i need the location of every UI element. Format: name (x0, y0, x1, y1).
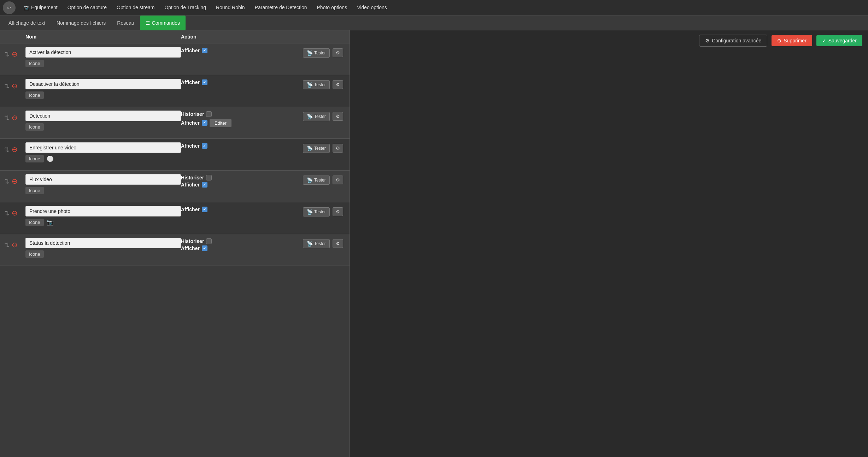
row-controls-7: ⇅ ⊖ (4, 238, 25, 249)
icone-label-7: Icone (25, 250, 44, 258)
back-button[interactable]: ↩ (3, 1, 16, 14)
afficher-label-4: Afficher (181, 143, 200, 149)
afficher-checkbox-3[interactable]: ✓ (202, 120, 207, 126)
settings-button-3[interactable]: ⚙ (333, 112, 343, 121)
drag-handle[interactable]: ⇅ (4, 207, 10, 217)
edit-button-3[interactable]: Editer (210, 119, 231, 127)
remove-button[interactable]: ⊖ (12, 144, 18, 154)
rss-icon-7: 📡 (307, 241, 313, 247)
table-row: ⇅ ⊖ Icone Historiser Afficher ✓ (0, 234, 350, 266)
name-input-4[interactable] (25, 142, 181, 153)
gear-icon-5: ⚙ (336, 177, 340, 183)
afficher-checkbox-1[interactable]: ✓ (202, 48, 207, 53)
camera-icon: 📷 (23, 5, 29, 10)
afficher-checkbox-7[interactable]: ✓ (202, 245, 207, 251)
row-controls-4: ⇅ ⊖ (4, 142, 25, 154)
tester-button-6[interactable]: 📡 Tester (303, 207, 330, 216)
remove-button[interactable]: ⊖ (12, 80, 18, 90)
settings-button-2[interactable]: ⚙ (333, 80, 343, 89)
config-avancee-button[interactable]: ⚙ Configuration avancée (699, 35, 767, 47)
tab-reseau[interactable]: Reseau (111, 16, 140, 30)
icone-label-4: Icone (25, 155, 44, 162)
nav-item-tracking[interactable]: Option de Tracking (159, 0, 211, 16)
historiser-checkbox-5[interactable] (206, 175, 212, 180)
name-input-6[interactable] (25, 206, 181, 216)
remove-button[interactable]: ⊖ (12, 48, 18, 58)
nav-item-equipement[interactable]: 📷 Equipement (18, 0, 63, 16)
table-row: ⇅ ⊖ Icone Historiser Afficher ✓ (0, 171, 350, 202)
nav-item-roundrobin[interactable]: Round Robin (211, 0, 250, 16)
afficher-label-3: Afficher (181, 120, 200, 126)
settings-button-4[interactable]: ⚙ (333, 144, 343, 153)
name-input-1[interactable] (25, 47, 181, 58)
nav-item-photo[interactable]: Photo options (312, 0, 352, 16)
historiser-checkbox-3[interactable] (206, 111, 212, 117)
afficher-label-7: Afficher (181, 245, 200, 251)
historiser-checkbox-7[interactable] (206, 238, 212, 244)
drag-handle[interactable]: ⇅ (4, 144, 10, 154)
rss-icon-2: 📡 (307, 82, 313, 88)
afficher-checkbox-5[interactable]: ✓ (202, 182, 207, 188)
afficher-label-1: Afficher (181, 48, 200, 53)
afficher-checkbox-4[interactable]: ✓ (202, 143, 207, 149)
tester-button-3[interactable]: 📡 Tester (303, 112, 330, 121)
tester-button-2[interactable]: 📡 Tester (303, 80, 330, 89)
action-cell-2: Afficher ✓ (181, 79, 303, 85)
drag-handle[interactable]: ⇅ (4, 48, 10, 58)
remove-button[interactable]: ⊖ (12, 176, 18, 185)
drag-handle[interactable]: ⇅ (4, 80, 10, 90)
name-input-5[interactable] (25, 174, 181, 185)
header-nom: Nom (25, 34, 181, 40)
tab-commandes[interactable]: ☰ Commandes (140, 16, 186, 30)
afficher-checkbox-2[interactable]: ✓ (202, 79, 207, 85)
tester-button-1[interactable]: 📡 Tester (303, 48, 330, 58)
settings-button-6[interactable]: ⚙ (333, 207, 343, 216)
right-panel-header: ⚙ Configuration avancée ⊖ Supprimer ✓ Sa… (350, 30, 868, 51)
icone-label-1: Icone (25, 60, 44, 67)
camera-icon-row: 📷 (47, 219, 54, 226)
tester-cell-5: 📡 Tester ⚙ (303, 174, 345, 185)
drag-handle[interactable]: ⇅ (4, 176, 10, 185)
gear-icon-6: ⚙ (336, 209, 340, 214)
nav-item-detection[interactable]: Parametre de Detection (250, 0, 312, 16)
tab-nommage[interactable]: Nommage des fichiers (51, 16, 111, 30)
name-cell-1: Icone (25, 47, 181, 67)
drag-handle[interactable]: ⇅ (4, 239, 10, 249)
name-cell-3: Icone (25, 111, 181, 131)
right-panel: ⚙ Configuration avancée ⊖ Supprimer ✓ Sa… (350, 30, 868, 457)
tester-button-7[interactable]: 📡 Tester (303, 239, 330, 248)
remove-button[interactable]: ⊖ (12, 207, 18, 217)
row-controls-3: ⇅ ⊖ (4, 111, 25, 122)
name-input-2[interactable] (25, 79, 181, 89)
tester-cell-7: 📡 Tester ⚙ (303, 238, 345, 248)
historiser-label-5: Historiser (181, 175, 204, 180)
nav-item-video[interactable]: Video options (352, 0, 392, 16)
remove-button[interactable]: ⊖ (12, 239, 18, 249)
nav-item-capture[interactable]: Option de capture (63, 0, 112, 16)
sauvegarder-button[interactable]: ✓ Sauvegarder (816, 35, 862, 46)
action-cell-4: Afficher ✓ (181, 142, 303, 149)
action-cell-3: Historiser Afficher ✓ Editer (181, 111, 303, 127)
settings-button-5[interactable]: ⚙ (333, 176, 343, 184)
tab-affichage[interactable]: Affichage de text (3, 16, 51, 30)
action-cell-1: Afficher ✓ (181, 47, 303, 53)
gear-icon-4: ⚙ (336, 146, 340, 151)
drag-handle[interactable]: ⇅ (4, 112, 10, 122)
tester-button-4[interactable]: 📡 Tester (303, 144, 330, 153)
afficher-checkbox-6[interactable]: ✓ (202, 207, 207, 212)
nav-item-stream[interactable]: Option de stream (112, 0, 159, 16)
name-cell-2: Icone (25, 79, 181, 99)
settings-button-7[interactable]: ⚙ (333, 239, 343, 248)
remove-button[interactable]: ⊖ (12, 112, 18, 122)
main-content: Nom Action ⇅ ⊖ Icone Afficher ✓ (0, 30, 868, 457)
name-input-7[interactable] (25, 238, 181, 248)
settings-button-1[interactable]: ⚙ (333, 48, 343, 57)
name-input-3[interactable] (25, 111, 181, 121)
supprimer-button[interactable]: ⊖ Supprimer (772, 35, 812, 46)
tester-cell-4: 📡 Tester ⚙ (303, 142, 345, 153)
row-controls-1: ⇅ ⊖ (4, 47, 25, 58)
tester-button-5[interactable]: 📡 Tester (303, 176, 330, 185)
remove-circle-icon: ⊖ (777, 38, 781, 43)
check-icon: ✓ (822, 38, 826, 43)
historiser-label-7: Historiser (181, 238, 204, 244)
